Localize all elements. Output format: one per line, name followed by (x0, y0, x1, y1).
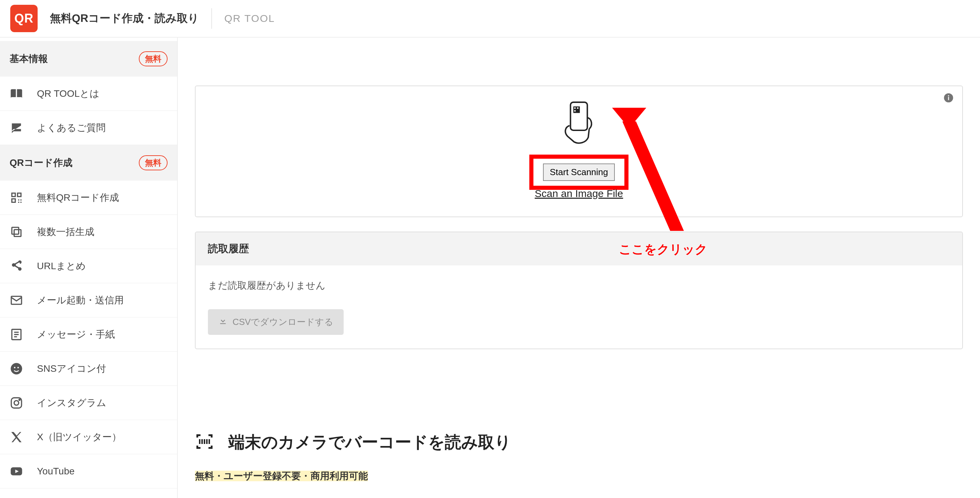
info-icon[interactable] (943, 92, 954, 105)
sidebar-item-url[interactable]: URLまとめ (0, 249, 177, 283)
sidebar-item-sns[interactable]: SNSアイコン付 (0, 352, 177, 386)
free-badge: 無料 (139, 155, 167, 170)
svg-rect-19 (574, 110, 576, 111)
svg-point-8 (14, 401, 19, 405)
annotation-text: ここをクリック (619, 241, 708, 258)
svg-point-5 (14, 367, 15, 368)
scan-file-link[interactable]: Scan an Image File (535, 188, 623, 199)
svg-rect-13 (948, 97, 949, 100)
sidebar-item-label: インスタグラム (37, 396, 107, 409)
svg-point-4 (11, 363, 22, 374)
sidebar-section-create: QRコード作成 無料 (0, 145, 177, 181)
main-content: Start Scanning Scan an Image File ここをクリッ… (178, 38, 980, 498)
section-heading-text: 端末のカメラでバーコードを読み取り (228, 431, 511, 453)
csv-download-button[interactable]: CSVでダウンロードする (208, 309, 344, 335)
barcode-scan-icon (195, 432, 214, 452)
site-title[interactable]: 無料QRコード作成・読み取り (50, 11, 199, 26)
phone-scan-icon (560, 100, 598, 146)
sidebar-item-mail[interactable]: メール起動・送信用 (0, 283, 177, 317)
sidebar-item-line[interactable]: LINE (0, 488, 177, 498)
sidebar-item-label: YouTube (37, 466, 75, 477)
free-badge: 無料 (139, 51, 167, 66)
sidebar-item-label: 複数一括生成 (37, 225, 94, 239)
svg-rect-18 (577, 107, 579, 109)
youtube-icon (10, 465, 23, 478)
sidebar-item-label: メール起動・送信用 (37, 294, 124, 307)
x-icon (10, 430, 23, 444)
note-icon (10, 328, 23, 341)
download-icon (218, 316, 228, 328)
start-scan-button[interactable]: Start Scanning (543, 164, 615, 181)
sidebar-section-title: 基本情報 (10, 53, 48, 65)
book-icon (10, 87, 23, 100)
sidebar-item-youtube[interactable]: YouTube (0, 454, 177, 488)
svg-point-9 (19, 399, 20, 400)
logo-text: QR (14, 11, 33, 25)
sidebar-item-label: URLまとめ (37, 259, 86, 273)
sidebar-item-create[interactable]: 無料QRコード作成 (0, 181, 177, 215)
svg-point-14 (948, 95, 949, 96)
csv-download-label: CSVでダウンロードする (232, 316, 333, 328)
sidebar-section-title: QRコード作成 (10, 156, 73, 169)
mail-icon (10, 293, 23, 307)
sidebar-item-label: よくあるご質問 (37, 121, 106, 134)
sidebar-item-message[interactable]: メッセージ・手紙 (0, 317, 177, 352)
section-heading: 端末のカメラでバーコードを読み取り (195, 431, 963, 453)
history-header: 読取履歴 (196, 232, 962, 266)
history-empty-text: まだ読取履歴がありません (196, 266, 962, 299)
sidebar: 基本情報 無料 QR TOOLとは よくあるご質問 QRコード作成 無料 無料Q… (0, 38, 178, 498)
section-highlight: 無料・ユーザー登録不要・商用利用可能 (195, 471, 368, 481)
sidebar-item-about[interactable]: QR TOOLとは (0, 76, 177, 111)
sidebar-section-basic: 基本情報 無料 (0, 41, 177, 76)
page-title: QR TOOL (224, 13, 275, 24)
sidebar-item-bulk[interactable]: 複数一括生成 (0, 215, 177, 249)
share-icon (10, 259, 23, 273)
smile-icon (10, 362, 23, 375)
start-scan-highlight: Start Scanning (529, 154, 629, 190)
sidebar-item-instagram[interactable]: インスタグラム (0, 386, 177, 420)
svg-rect-1 (12, 227, 19, 234)
history-card: 読取履歴 まだ読取履歴がありません CSVでダウンロードする (195, 232, 963, 349)
svg-rect-17 (574, 107, 576, 109)
qr-icon (10, 191, 23, 205)
svg-point-6 (18, 367, 19, 368)
copy-icon (10, 225, 23, 239)
sidebar-item-faq[interactable]: よくあるご質問 (0, 111, 177, 145)
sidebar-item-label: X（旧ツイッター） (37, 431, 121, 444)
svg-rect-0 (14, 229, 21, 236)
sidebar-item-label: 無料QRコード作成 (37, 191, 119, 204)
sidebar-item-label: QR TOOLとは (37, 87, 100, 100)
sidebar-item-label: メッセージ・手紙 (37, 328, 115, 341)
app-header: QR 無料QRコード作成・読み取り QR TOOL (0, 0, 980, 38)
scanner-card: Start Scanning Scan an Image File (195, 86, 963, 217)
header-divider (211, 8, 212, 29)
sidebar-item-label: SNSアイコン付 (37, 362, 106, 375)
chat-icon (10, 121, 23, 135)
instagram-icon (10, 396, 23, 410)
section-subtext: 無料・ユーザー登録不要・商用利用可能 (195, 469, 963, 483)
sidebar-item-x[interactable]: X（旧ツイッター） (0, 420, 177, 454)
logo[interactable]: QR (10, 5, 38, 32)
